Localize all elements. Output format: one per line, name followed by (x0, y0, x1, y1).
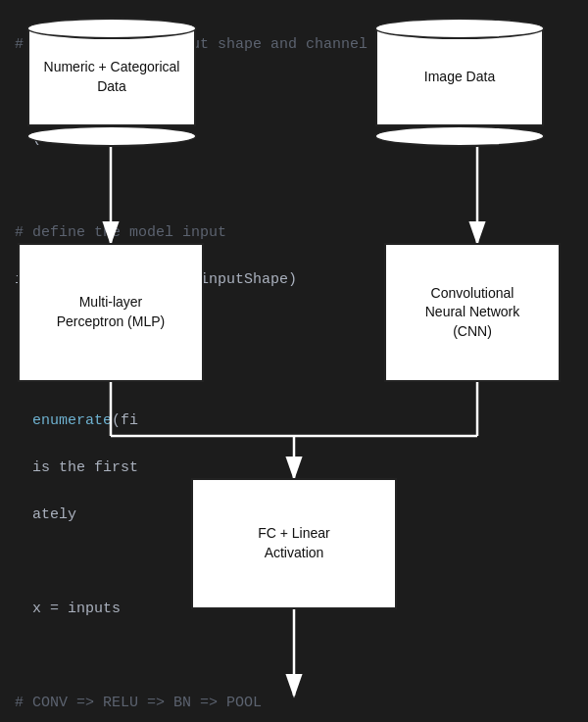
image-data-node: Image Data (375, 18, 544, 147)
cnn-node: ConvolutionalNeural Network(CNN) (384, 243, 561, 382)
mlp-node: Multi-layerPerceptron (MLP) (18, 243, 204, 382)
fc-node: FC + LinearActivation (191, 478, 397, 609)
numeric-data-node: Numeric + Categorical Data (27, 18, 196, 147)
